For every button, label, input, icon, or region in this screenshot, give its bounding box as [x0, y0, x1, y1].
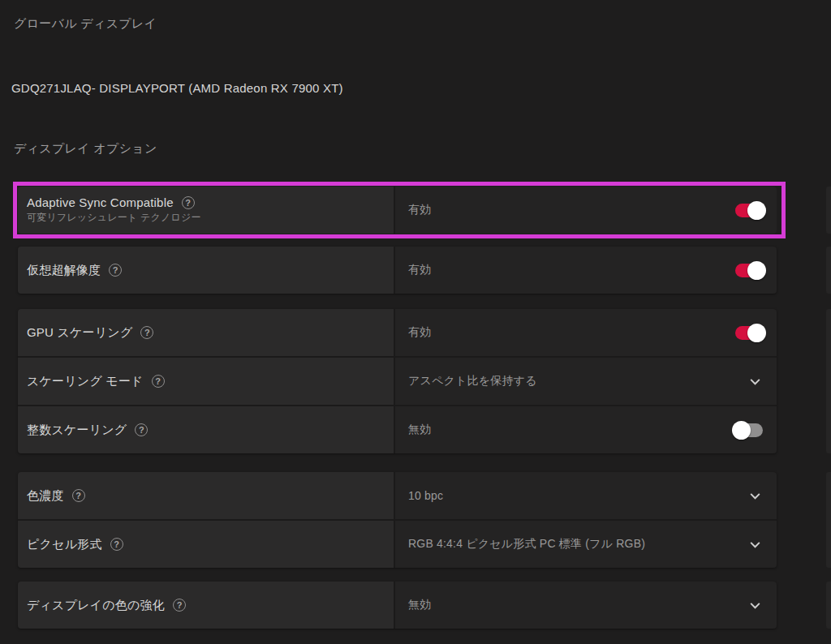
help-circle-icon[interactable]: ? [109, 264, 122, 277]
help-circle-icon[interactable]: ? [72, 489, 85, 502]
help-circle-icon[interactable]: ? [135, 423, 148, 436]
settings-group: ディスプレイの色の強化 ? 無効 [18, 582, 777, 629]
display-options-heading: ディスプレイ オプション [14, 141, 157, 157]
chevron-down-icon[interactable] [748, 599, 762, 612]
setting-label-cell: ピクセル形式 ? [18, 521, 394, 568]
setting-value: 10 bpc [408, 489, 443, 502]
setting-label: Adaptive Sync Compatible [27, 195, 174, 209]
help-circle-icon[interactable]: ? [173, 599, 186, 612]
setting-sublabel: 可変リフレッシュレート テクノロジー [27, 211, 201, 225]
setting-value: 無効 [408, 598, 431, 612]
toggle-knob [747, 201, 766, 220]
help-circle-icon[interactable]: ? [140, 326, 153, 339]
setting-label: 仮想超解像度 [27, 263, 101, 278]
chevron-down-icon[interactable] [748, 538, 762, 552]
setting-value: 有効 [408, 325, 431, 340]
offscreen-card-edge [826, 582, 831, 629]
setting-value: RGB 4:4:4 ピクセル形式 PC 標準 (フル RGB) [408, 537, 645, 552]
chevron-down-icon[interactable] [748, 489, 762, 503]
setting-label-cell: スケーリング モード ? [18, 358, 394, 405]
offscreen-card-edge [826, 247, 831, 294]
chevron-down-icon[interactable] [748, 375, 762, 389]
setting-row-pixel-format: ピクセル形式 ? RGB 4:4:4 ピクセル形式 PC 標準 (フル RGB) [18, 519, 777, 568]
offscreen-card-edge [826, 472, 831, 568]
setting-row-integer-scaling: 整数スケーリング ? 無効 [18, 405, 777, 453]
setting-label-cell: 仮想超解像度 ? [18, 247, 394, 294]
toggle-switch-on[interactable] [735, 204, 763, 217]
radeon-display-settings-page: グローバル ディスプレイ GDQ271JLAQ- DISPLAYPORT (AM… [0, 0, 831, 644]
help-circle-icon[interactable]: ? [110, 538, 123, 551]
setting-label: 色濃度 [27, 488, 64, 504]
setting-row-color-depth: 色濃度 ? 10 bpc [18, 472, 777, 519]
toggle-switch-off[interactable] [735, 423, 763, 437]
setting-value: 無効 [408, 423, 431, 437]
setting-row-adaptive-sync-compatible: Adaptive Sync Compatible ? 可変リフレッシュレート テ… [18, 187, 777, 234]
setting-value: アスペクト比を保持する [408, 374, 537, 389]
setting-value-cell: 有効 [395, 187, 777, 234]
settings-group: GPU スケーリング ? 有効 スケーリング モード ? アスペクト比を保持する [18, 309, 777, 453]
toggle-knob [732, 421, 751, 440]
setting-label-cell: Adaptive Sync Compatible ? 可変リフレッシュレート テ… [18, 187, 394, 234]
settings-group: Adaptive Sync Compatible ? 可変リフレッシュレート テ… [18, 187, 777, 234]
setting-value-cell[interactable]: RGB 4:4:4 ピクセル形式 PC 標準 (フル RGB) [395, 521, 777, 568]
setting-label: ピクセル形式 [27, 537, 102, 552]
setting-label-cell: 色濃度 ? [18, 472, 394, 519]
toggle-knob [747, 261, 766, 280]
setting-row-gpu-scaling: GPU スケーリング ? 有効 [18, 309, 777, 356]
offscreen-card-edge [826, 187, 831, 234]
help-circle-icon[interactable]: ? [152, 375, 165, 388]
setting-value-cell[interactable]: アスペクト比を保持する [395, 358, 777, 405]
setting-value-cell[interactable]: 無効 [395, 582, 777, 629]
annotation-highlight-box: Adaptive Sync Compatible ? 可変リフレッシュレート テ… [13, 182, 786, 238]
settings-group: 仮想超解像度 ? 有効 [18, 247, 777, 294]
offscreen-card-edge [826, 309, 831, 453]
setting-value-cell[interactable]: 10 bpc [395, 472, 777, 519]
setting-label-cell: GPU スケーリング ? [18, 309, 394, 356]
setting-row-display-color-enhancement: ディスプレイの色の強化 ? 無効 [18, 582, 777, 629]
setting-label: スケーリング モード [27, 374, 144, 389]
setting-label-cell: ディスプレイの色の強化 ? [18, 582, 394, 629]
help-circle-icon[interactable]: ? [182, 196, 195, 209]
setting-value-cell: 無効 [395, 406, 777, 453]
global-display-heading: グローバル ディスプレイ [14, 16, 157, 32]
setting-value: 有効 [408, 203, 431, 217]
setting-value: 有効 [408, 263, 431, 277]
display-device-name: GDQ271JLAQ- DISPLAYPORT (AMD Radeon RX 7… [11, 81, 343, 95]
setting-label-cell: 整数スケーリング ? [18, 406, 394, 453]
setting-label: GPU スケーリング [27, 325, 132, 341]
toggle-switch-on[interactable] [735, 264, 763, 277]
setting-row-virtual-super-resolution: 仮想超解像度 ? 有効 [18, 247, 777, 294]
toggle-knob [747, 324, 766, 342]
setting-label: 整数スケーリング [27, 423, 127, 438]
setting-row-scaling-mode: スケーリング モード ? アスペクト比を保持する [18, 356, 777, 405]
toggle-switch-on[interactable] [735, 326, 763, 340]
setting-value-cell: 有効 [395, 309, 777, 356]
settings-group: 色濃度 ? 10 bpc ピクセル形式 ? RGB 4:4:4 ピクセル形式 P… [18, 472, 777, 568]
setting-label: ディスプレイの色の強化 [27, 598, 165, 613]
setting-value-cell: 有効 [395, 247, 777, 294]
